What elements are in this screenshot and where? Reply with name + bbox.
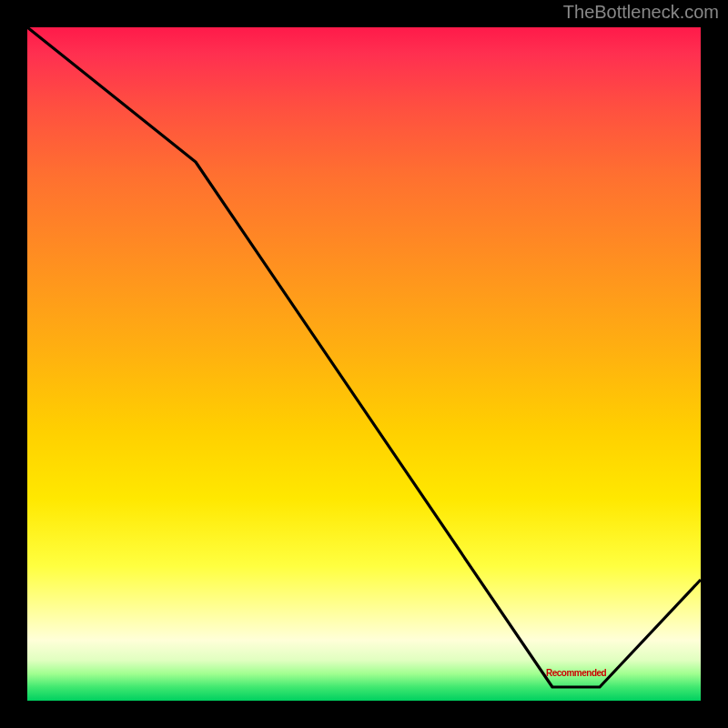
chart-line-layer [27,27,701,701]
chart-container: TheBottleneck.com Recommended [0,0,728,728]
recommended-annotation: Recommended [546,668,606,678]
watermark-text: TheBottleneck.com [563,2,719,23]
bottleneck-line [27,27,701,687]
